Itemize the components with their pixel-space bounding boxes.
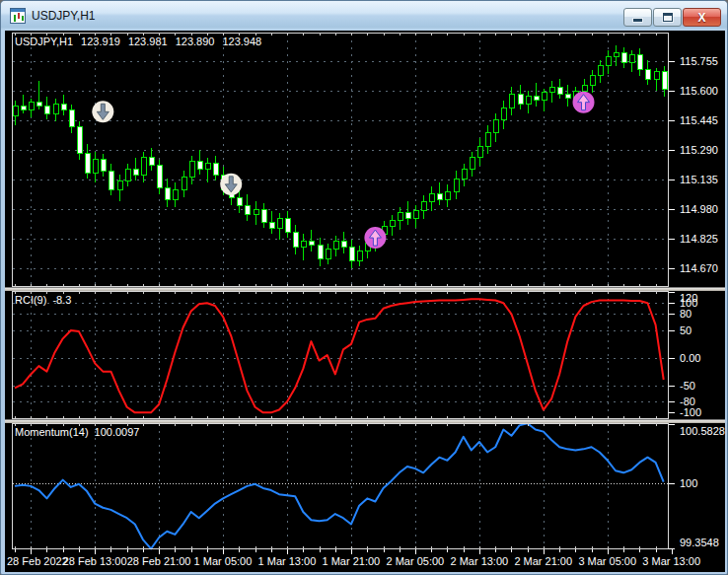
price-axis-label: 114.980 — [680, 203, 718, 215]
time-axis-label: 2 Mar 05:00 — [387, 555, 445, 567]
rci-indicator-label: RCI(9) -8.3 — [15, 294, 71, 306]
chart-plot[interactable] — [5, 31, 725, 572]
minimize-button[interactable] — [623, 8, 652, 27]
rci-axis-label: 50 — [680, 324, 692, 336]
rci-axis-label: 0.00 — [680, 352, 700, 364]
rci-value: -8.3 — [52, 294, 71, 306]
time-scale[interactable]: 28 Feb 202228 Feb 13:0028 Feb 21:001 Mar… — [5, 549, 725, 572]
rci-axis-label: -100 — [680, 406, 701, 418]
buy-signal-marker — [573, 92, 595, 113]
quote-open: 123.919 — [81, 36, 120, 47]
minimize-icon — [633, 19, 642, 22]
momentum-axis-label: 100.5828 — [680, 425, 725, 437]
title-bar[interactable]: USDJPY,H1 X — [1, 1, 728, 31]
price-axis-label: 115.445 — [680, 114, 718, 126]
time-axis-label: 3 Mar 13:00 — [642, 555, 700, 567]
momentum-value: 100.0097 — [95, 426, 140, 438]
pane-separator[interactable] — [5, 419, 725, 423]
quote-low: 123.890 — [176, 36, 215, 47]
time-axis-label: 1 Mar 13:00 — [258, 555, 317, 567]
time-axis-label: 1 Mar 21:00 — [323, 555, 381, 567]
momentum-axis-label: 100 — [680, 477, 697, 489]
quote-symbol: USDJPY,H1 — [15, 36, 73, 47]
momentum-indicator-label: Momentum(14) 100.0097 — [15, 426, 139, 438]
chart-client-area: USDJPY,H1 123.919 123.981 123.890 123.94… — [5, 31, 725, 572]
close-button[interactable]: X — [683, 8, 721, 27]
mt4-chart-window: USDJPY,H1 X USDJPY,H1 123.919 123.981 12… — [0, 0, 728, 575]
time-axis-label: 2 Mar 21:00 — [514, 555, 572, 567]
momentum-axis-label: 99.3548 — [680, 537, 719, 548]
sell-signal-marker — [220, 174, 242, 195]
price-axis-label: 115.135 — [680, 174, 718, 185]
quote-close: 123.948 — [222, 36, 261, 47]
price-axis-label: 115.600 — [680, 85, 718, 97]
price-axis-label: 114.670 — [680, 262, 718, 274]
window-controls: X — [623, 8, 721, 27]
price-axis-label: 115.755 — [680, 55, 718, 67]
restore-icon — [663, 13, 673, 22]
chart-window-icon — [10, 8, 26, 24]
sell-signal-marker — [92, 101, 113, 122]
candlesticks — [13, 45, 667, 268]
momentum-line — [15, 423, 664, 548]
rci-axis-label: -50 — [680, 380, 695, 392]
time-axis-label: 28 Feb 13:00 — [63, 555, 127, 567]
time-axis-label: 28 Feb 21:00 — [127, 555, 191, 567]
rci-name: RCI(9) — [15, 294, 46, 306]
time-axis-label: 3 Mar 05:00 — [578, 555, 636, 567]
momentum-name: Momentum(14) — [15, 426, 89, 438]
quote-line: USDJPY,H1 123.919 123.981 123.890 123.94… — [15, 36, 261, 47]
time-axis-label: 1 Mar 05:00 — [194, 555, 253, 567]
quote-high: 123.981 — [128, 36, 168, 47]
buy-signal-marker — [364, 227, 386, 249]
signal-markers — [92, 92, 594, 249]
price-axis-label: 115.290 — [680, 144, 718, 156]
pane-separator[interactable] — [5, 287, 725, 291]
time-axis-label: 2 Mar 13:00 — [450, 555, 508, 567]
rci-axis-label: 80 — [680, 308, 692, 320]
time-axis-label: 28 Feb 2022 — [7, 555, 68, 567]
rci-line — [15, 299, 664, 412]
close-icon: X — [697, 12, 705, 24]
window-title: USDJPY,H1 — [32, 9, 95, 23]
price-axis-label: 114.825 — [680, 233, 718, 245]
restore-button[interactable] — [653, 8, 682, 27]
scale-ticks — [16, 62, 676, 555]
